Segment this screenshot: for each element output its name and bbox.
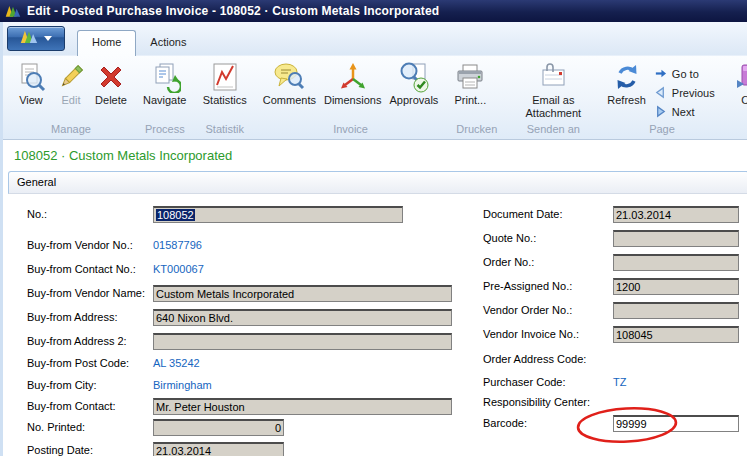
delete-icon xyxy=(95,61,127,93)
page-title: 108052 · Custom Metals Incorporated xyxy=(14,148,232,163)
onenote-icon xyxy=(733,61,747,93)
view-icon xyxy=(15,61,47,93)
print-icon xyxy=(454,61,486,93)
ribbon-group-invoice: Comments Dimensions Approvals xyxy=(257,56,445,139)
group-label-process: Process xyxy=(137,123,193,139)
view-button[interactable]: View xyxy=(11,59,51,108)
ribbon-group-senden-an: Email as Attachment Senden an xyxy=(509,56,597,139)
group-label-drucken: Drucken xyxy=(448,123,505,139)
edit-icon xyxy=(55,61,87,93)
goto-icon xyxy=(654,67,667,80)
email-as-attachment-button[interactable]: Email as Attachment xyxy=(511,59,595,122)
posting-date-field: 21.03.2014 xyxy=(153,442,284,456)
application-menu-button[interactable] xyxy=(7,26,65,51)
form-row: Vendor Order No.: xyxy=(3,302,747,320)
pre-assigned-no-field: 1200 xyxy=(613,278,739,295)
page-content: 108052 · Custom Metals Incorporated Gene… xyxy=(3,141,747,456)
ribbon-group-drucken: Print... Drucken xyxy=(448,56,505,139)
group-label-senden-an: Senden an xyxy=(509,123,597,139)
nav-window: Edit - Posted Purchase Invoice - 108052 … xyxy=(0,0,747,456)
quote-no-field xyxy=(613,230,739,247)
print-button[interactable]: Print... xyxy=(450,59,490,108)
next-button[interactable]: Next xyxy=(652,102,717,121)
edit-button: Edit xyxy=(51,59,91,108)
form-row: Quote No.: xyxy=(3,230,747,248)
group-label-invoice: Invoice xyxy=(257,123,445,139)
statistics-button[interactable]: Statistics xyxy=(199,59,251,108)
refresh-button[interactable]: Refresh xyxy=(603,59,650,108)
ribbon-group-process: Navigate Process xyxy=(137,56,193,139)
vendor-order-no-field xyxy=(613,302,739,319)
dimensions-button[interactable]: Dimensions xyxy=(320,59,385,108)
form-row: Document Date: 21.03.2014 xyxy=(3,206,747,224)
barcode-field[interactable]: 99999 xyxy=(613,415,739,432)
approvals-button[interactable]: Approvals xyxy=(385,59,442,108)
navigate-button[interactable]: Navigate xyxy=(139,59,190,108)
general-form: No.: 108052 Buy-from Vendor No.: 0158779… xyxy=(3,197,747,456)
dimensions-icon xyxy=(337,61,369,93)
app-logo-icon xyxy=(5,4,21,18)
form-row: Posting Date: 21.03.2014 xyxy=(3,442,747,456)
form-row: Order No.: xyxy=(3,254,747,272)
form-row: Purchaser Code: TZ xyxy=(3,374,747,392)
comments-icon xyxy=(273,61,305,93)
ribbon-group-onenote: On xyxy=(727,56,747,139)
next-icon xyxy=(654,105,667,118)
group-label-manage: Manage xyxy=(9,123,133,139)
document-date-field: 21.03.2014 xyxy=(613,206,739,223)
delete-button[interactable]: Delete xyxy=(91,59,131,108)
ribbon-tab-row: Home Actions xyxy=(3,22,747,55)
order-no-field xyxy=(613,254,739,271)
onenote-button[interactable]: On xyxy=(729,59,747,108)
email-attachment-icon xyxy=(537,61,569,93)
form-row: Responsibility Center: xyxy=(3,394,747,412)
ribbon-group-manage: View Edit Delete Manag xyxy=(9,56,133,139)
form-row: Pre-Assigned No.: 1200 xyxy=(3,278,747,296)
navigate-icon xyxy=(149,61,181,93)
chevron-down-icon xyxy=(44,36,52,41)
approvals-icon xyxy=(398,61,430,93)
app-logo-icon xyxy=(20,29,38,48)
ribbon-group-statistik: Statistics Statistik xyxy=(197,56,253,139)
form-row: Order Address Code: xyxy=(3,351,747,369)
group-label-onenote xyxy=(727,135,747,139)
window-title: Edit - Posted Purchase Invoice - 108052 … xyxy=(27,4,439,18)
refresh-icon xyxy=(611,61,643,93)
ribbon: View Edit Delete Manag xyxy=(3,55,747,140)
comments-button[interactable]: Comments xyxy=(259,59,320,108)
goto-button[interactable]: Go to xyxy=(652,64,717,83)
tab-actions[interactable]: Actions xyxy=(136,30,200,55)
vendor-invoice-no-field: 108045 xyxy=(613,326,739,343)
previous-button[interactable]: Previous xyxy=(652,83,717,102)
group-label-statistik: Statistik xyxy=(197,123,253,139)
titlebar: Edit - Posted Purchase Invoice - 108052 … xyxy=(0,0,747,22)
purchaser-code-link[interactable]: TZ xyxy=(613,374,626,391)
window-body: Home Actions View Edit xyxy=(0,22,747,456)
fasttab-general[interactable]: General xyxy=(8,171,747,194)
group-label-page: Page xyxy=(601,123,722,139)
tab-home[interactable]: Home xyxy=(77,30,136,56)
ribbon-group-page: Refresh Go to Pre xyxy=(601,56,722,139)
previous-icon xyxy=(654,86,667,99)
form-row: Vendor Invoice No.: 108045 xyxy=(3,326,747,344)
form-row: Barcode: 99999 xyxy=(3,415,747,433)
statistics-icon xyxy=(209,61,241,93)
